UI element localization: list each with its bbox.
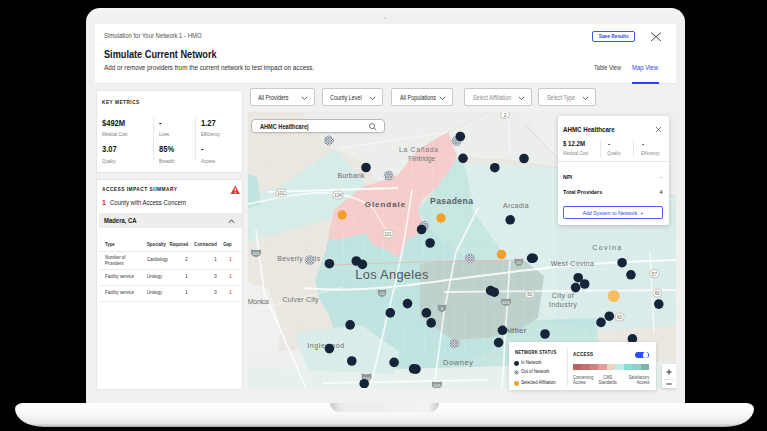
svg-text:Glendale: Glendale bbox=[365, 200, 406, 209]
svg-text:Flintridge: Flintridge bbox=[408, 155, 435, 163]
svg-text:105: 105 bbox=[433, 383, 441, 388]
svg-text:Pasadena: Pasadena bbox=[430, 196, 473, 206]
svg-text:Covina: Covina bbox=[592, 244, 621, 251]
svg-text:10: 10 bbox=[380, 291, 385, 296]
svg-text:10: 10 bbox=[516, 260, 521, 265]
svg-text:La Cañada: La Cañada bbox=[399, 146, 438, 153]
svg-text:57: 57 bbox=[652, 272, 658, 277]
svg-text:Culver City: Culver City bbox=[283, 296, 320, 304]
svg-text:Monica: Monica bbox=[248, 298, 269, 305]
svg-text:City of: City of bbox=[552, 292, 574, 300]
svg-text:Industry: Industry bbox=[549, 301, 578, 309]
svg-text:West Covina: West Covina bbox=[551, 260, 594, 267]
svg-text:101: 101 bbox=[277, 191, 285, 196]
svg-text:605: 605 bbox=[502, 300, 510, 305]
svg-text:60: 60 bbox=[655, 291, 661, 296]
svg-text:134: 134 bbox=[334, 193, 342, 198]
svg-text:60: 60 bbox=[617, 315, 623, 320]
svg-text:101: 101 bbox=[384, 232, 392, 237]
svg-text:Burbank: Burbank bbox=[338, 172, 366, 179]
svg-text:Arcadia: Arcadia bbox=[503, 202, 529, 209]
svg-text:60: 60 bbox=[527, 292, 533, 297]
svg-text:2: 2 bbox=[504, 113, 507, 118]
svg-text:Los Angeles: Los Angeles bbox=[355, 267, 428, 282]
svg-text:Downey: Downey bbox=[443, 358, 473, 367]
svg-text:405: 405 bbox=[252, 251, 260, 256]
